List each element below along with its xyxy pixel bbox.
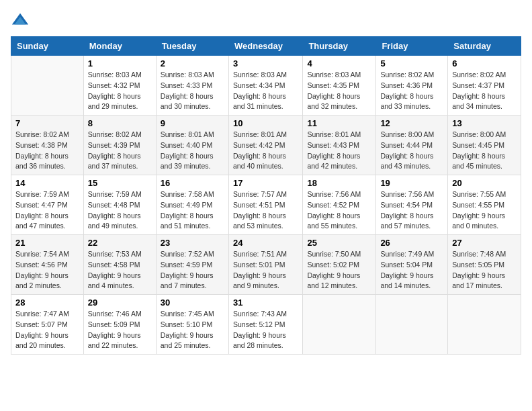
day-info: Sunrise: 7:54 AM Sunset: 4:56 PM Dayligh… bbox=[15, 250, 69, 289]
calendar-cell: 17 Sunrise: 7:57 AM Sunset: 4:51 PM Dayl… bbox=[228, 175, 302, 235]
day-number: 28 bbox=[15, 298, 79, 308]
day-number: 8 bbox=[88, 118, 152, 128]
day-info: Sunrise: 8:03 AM Sunset: 4:35 PM Dayligh… bbox=[307, 71, 361, 110]
calendar-cell: 2 Sunrise: 8:03 AM Sunset: 4:33 PM Dayli… bbox=[156, 56, 228, 116]
day-info: Sunrise: 8:01 AM Sunset: 4:42 PM Dayligh… bbox=[233, 130, 287, 170]
calendar-cell: 10 Sunrise: 8:01 AM Sunset: 4:42 PM Dayl… bbox=[228, 116, 302, 175]
day-info: Sunrise: 7:50 AM Sunset: 5:02 PM Dayligh… bbox=[307, 250, 361, 289]
day-info: Sunrise: 7:59 AM Sunset: 4:48 PM Dayligh… bbox=[88, 190, 142, 230]
day-number: 27 bbox=[452, 238, 517, 248]
day-info: Sunrise: 7:53 AM Sunset: 4:58 PM Dayligh… bbox=[88, 250, 142, 289]
calendar-cell: 12 Sunrise: 8:00 AM Sunset: 4:44 PM Dayl… bbox=[376, 116, 448, 175]
calendar-cell: 20 Sunrise: 7:55 AM Sunset: 4:55 PM Dayl… bbox=[448, 175, 521, 235]
day-info: Sunrise: 8:02 AM Sunset: 4:37 PM Dayligh… bbox=[452, 71, 506, 110]
calendar-cell bbox=[11, 56, 84, 116]
day-info: Sunrise: 7:51 AM Sunset: 5:01 PM Dayligh… bbox=[233, 250, 287, 289]
day-info: Sunrise: 7:56 AM Sunset: 4:54 PM Dayligh… bbox=[380, 190, 434, 230]
day-number: 30 bbox=[161, 298, 224, 308]
day-number: 9 bbox=[161, 118, 224, 128]
day-info: Sunrise: 8:03 AM Sunset: 4:34 PM Dayligh… bbox=[233, 71, 287, 110]
day-info: Sunrise: 7:45 AM Sunset: 5:10 PM Dayligh… bbox=[161, 310, 214, 349]
day-info: Sunrise: 8:02 AM Sunset: 4:38 PM Dayligh… bbox=[15, 130, 69, 170]
day-number: 11 bbox=[307, 118, 371, 128]
day-number: 10 bbox=[233, 118, 298, 128]
calendar-cell: 16 Sunrise: 7:58 AM Sunset: 4:49 PM Dayl… bbox=[156, 175, 228, 235]
day-info: Sunrise: 8:02 AM Sunset: 4:39 PM Dayligh… bbox=[88, 130, 142, 170]
day-info: Sunrise: 7:49 AM Sunset: 5:04 PM Dayligh… bbox=[380, 250, 434, 289]
header-tuesday: Tuesday bbox=[156, 37, 228, 56]
day-info: Sunrise: 7:46 AM Sunset: 5:09 PM Dayligh… bbox=[88, 310, 142, 349]
page-header bbox=[11, 11, 521, 30]
day-number: 22 bbox=[88, 238, 152, 248]
day-number: 5 bbox=[380, 58, 443, 68]
calendar-cell: 6 Sunrise: 8:02 AM Sunset: 4:37 PM Dayli… bbox=[448, 56, 521, 116]
day-number: 29 bbox=[88, 298, 152, 308]
calendar-table: SundayMondayTuesdayWednesdayThursdayFrid… bbox=[11, 36, 521, 355]
calendar-cell: 8 Sunrise: 8:02 AM Sunset: 4:39 PM Dayli… bbox=[83, 116, 156, 175]
calendar-cell: 22 Sunrise: 7:53 AM Sunset: 4:58 PM Dayl… bbox=[83, 235, 156, 295]
day-number: 14 bbox=[15, 178, 79, 188]
header-monday: Monday bbox=[83, 37, 156, 56]
logo bbox=[11, 11, 32, 30]
calendar-cell bbox=[376, 295, 448, 355]
header-wednesday: Wednesday bbox=[228, 37, 302, 56]
calendar-cell: 28 Sunrise: 7:47 AM Sunset: 5:07 PM Dayl… bbox=[11, 295, 84, 355]
day-number: 13 bbox=[452, 118, 517, 128]
calendar-cell: 27 Sunrise: 7:48 AM Sunset: 5:05 PM Dayl… bbox=[448, 235, 521, 295]
calendar-header-row: SundayMondayTuesdayWednesdayThursdayFrid… bbox=[11, 37, 521, 56]
day-number: 12 bbox=[380, 118, 443, 128]
calendar-cell bbox=[303, 295, 376, 355]
day-info: Sunrise: 8:03 AM Sunset: 4:32 PM Dayligh… bbox=[88, 71, 142, 110]
day-info: Sunrise: 7:58 AM Sunset: 4:49 PM Dayligh… bbox=[161, 190, 214, 230]
day-info: Sunrise: 8:02 AM Sunset: 4:36 PM Dayligh… bbox=[380, 71, 434, 110]
calendar-cell: 25 Sunrise: 7:50 AM Sunset: 5:02 PM Dayl… bbox=[303, 235, 376, 295]
calendar-cell: 11 Sunrise: 8:01 AM Sunset: 4:43 PM Dayl… bbox=[303, 116, 376, 175]
day-info: Sunrise: 8:01 AM Sunset: 4:40 PM Dayligh… bbox=[161, 130, 214, 170]
day-number: 1 bbox=[88, 58, 152, 68]
calendar-week-5: 28 Sunrise: 7:47 AM Sunset: 5:07 PM Dayl… bbox=[11, 295, 521, 355]
calendar-cell: 5 Sunrise: 8:02 AM Sunset: 4:36 PM Dayli… bbox=[376, 56, 448, 116]
day-info: Sunrise: 7:48 AM Sunset: 5:05 PM Dayligh… bbox=[452, 250, 506, 289]
day-number: 3 bbox=[233, 58, 298, 68]
calendar-cell: 23 Sunrise: 7:52 AM Sunset: 4:59 PM Dayl… bbox=[156, 235, 228, 295]
day-info: Sunrise: 7:57 AM Sunset: 4:51 PM Dayligh… bbox=[233, 190, 287, 230]
calendar-week-3: 14 Sunrise: 7:59 AM Sunset: 4:47 PM Dayl… bbox=[11, 175, 521, 235]
logo-icon bbox=[11, 11, 30, 30]
calendar-cell: 7 Sunrise: 8:02 AM Sunset: 4:38 PM Dayli… bbox=[11, 116, 84, 175]
calendar-cell: 31 Sunrise: 7:43 AM Sunset: 5:12 PM Dayl… bbox=[228, 295, 302, 355]
calendar-cell: 26 Sunrise: 7:49 AM Sunset: 5:04 PM Dayl… bbox=[376, 235, 448, 295]
day-info: Sunrise: 7:55 AM Sunset: 4:55 PM Dayligh… bbox=[452, 190, 506, 230]
calendar-cell: 30 Sunrise: 7:45 AM Sunset: 5:10 PM Dayl… bbox=[156, 295, 228, 355]
calendar-cell: 24 Sunrise: 7:51 AM Sunset: 5:01 PM Dayl… bbox=[228, 235, 302, 295]
day-info: Sunrise: 7:52 AM Sunset: 4:59 PM Dayligh… bbox=[161, 250, 214, 289]
calendar-week-2: 7 Sunrise: 8:02 AM Sunset: 4:38 PM Dayli… bbox=[11, 116, 521, 175]
day-number: 20 bbox=[452, 178, 517, 188]
day-info: Sunrise: 8:03 AM Sunset: 4:33 PM Dayligh… bbox=[161, 71, 214, 110]
calendar-cell: 13 Sunrise: 8:00 AM Sunset: 4:45 PM Dayl… bbox=[448, 116, 521, 175]
day-number: 25 bbox=[307, 238, 371, 248]
calendar-cell: 14 Sunrise: 7:59 AM Sunset: 4:47 PM Dayl… bbox=[11, 175, 84, 235]
day-number: 24 bbox=[233, 238, 298, 248]
day-number: 21 bbox=[15, 238, 79, 248]
day-info: Sunrise: 8:00 AM Sunset: 4:44 PM Dayligh… bbox=[380, 130, 434, 170]
day-number: 18 bbox=[307, 178, 371, 188]
day-number: 7 bbox=[15, 118, 79, 128]
header-sunday: Sunday bbox=[11, 37, 84, 56]
header-saturday: Saturday bbox=[448, 37, 521, 56]
day-number: 4 bbox=[307, 58, 371, 68]
day-number: 2 bbox=[161, 58, 224, 68]
calendar-cell bbox=[448, 295, 521, 355]
calendar-cell: 21 Sunrise: 7:54 AM Sunset: 4:56 PM Dayl… bbox=[11, 235, 84, 295]
calendar-cell: 29 Sunrise: 7:46 AM Sunset: 5:09 PM Dayl… bbox=[83, 295, 156, 355]
day-info: Sunrise: 8:01 AM Sunset: 4:43 PM Dayligh… bbox=[307, 130, 361, 170]
calendar-cell: 1 Sunrise: 8:03 AM Sunset: 4:32 PM Dayli… bbox=[83, 56, 156, 116]
day-info: Sunrise: 7:59 AM Sunset: 4:47 PM Dayligh… bbox=[15, 190, 69, 230]
calendar-cell: 18 Sunrise: 7:56 AM Sunset: 4:52 PM Dayl… bbox=[303, 175, 376, 235]
day-number: 26 bbox=[380, 238, 443, 248]
day-number: 19 bbox=[380, 178, 443, 188]
day-number: 16 bbox=[161, 178, 224, 188]
header-friday: Friday bbox=[376, 37, 448, 56]
header-thursday: Thursday bbox=[303, 37, 376, 56]
day-info: Sunrise: 7:43 AM Sunset: 5:12 PM Dayligh… bbox=[233, 310, 287, 349]
calendar-cell: 15 Sunrise: 7:59 AM Sunset: 4:48 PM Dayl… bbox=[83, 175, 156, 235]
